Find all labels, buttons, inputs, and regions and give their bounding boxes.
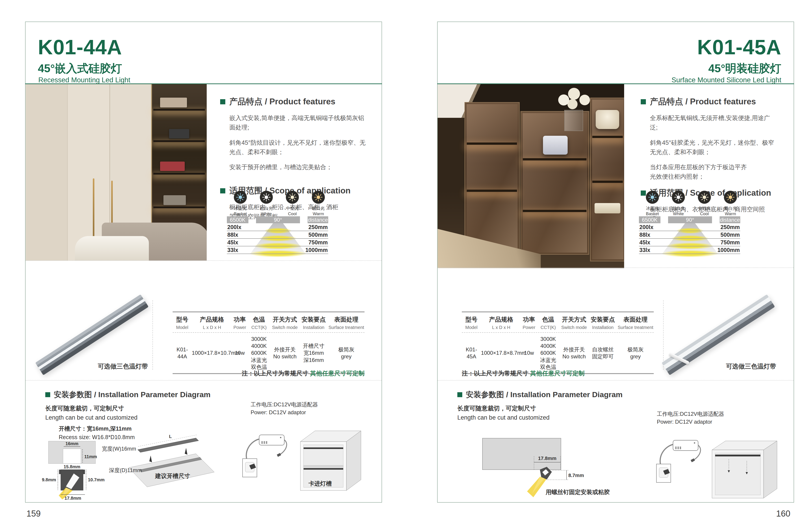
folded-linen <box>595 203 620 213</box>
shelf-item <box>163 195 186 205</box>
lux-value: 33lx <box>227 247 238 253</box>
section-divider <box>26 260 381 261</box>
lit-shelf <box>153 207 205 208</box>
page-left: K01-44A 45°嵌入式硅胶灯 Recessed Mounting Led … <box>25 22 382 503</box>
bed-sheet <box>75 236 149 261</box>
handbag <box>596 110 619 129</box>
distance-value: 1000mm <box>717 247 740 253</box>
distance-value: 250mm <box>308 224 328 231</box>
legend-label-cn: 暖白光 <box>308 206 329 211</box>
vertical-dashed-divider <box>153 300 153 370</box>
cut-note: 长度可随意裁切，可定制尺寸 Length can be cut and cust… <box>457 404 550 422</box>
sun-icon <box>674 193 683 201</box>
distance-line <box>227 238 328 239</box>
cell-surface: 极简灰 grey <box>328 346 364 360</box>
cut-note: 长度可随意裁切，可定制尺寸 Length can be cut and cust… <box>45 404 137 422</box>
closet-column <box>465 102 520 255</box>
lit-shelf <box>153 140 205 142</box>
legend-label-cn: 超白光 <box>668 206 689 211</box>
distance-line <box>639 238 740 239</box>
legend-label-en: White <box>256 211 277 216</box>
lifestyle-photo-recessed <box>26 84 207 261</box>
lit-shelf <box>592 136 623 138</box>
sun-icon <box>262 193 271 201</box>
section-divider <box>438 267 794 268</box>
distance-badge: distance <box>308 216 328 223</box>
vertical-dashed-divider <box>663 300 664 370</box>
section-divider <box>26 380 381 380</box>
ice-blue-light-icon <box>234 191 247 204</box>
cell-cct: 3000K 4000K 6000K 冰蓝光 双色温 <box>247 335 271 371</box>
col-switch: 开关方式Switch mode <box>560 316 589 330</box>
lux-value: 45lx <box>227 239 238 246</box>
shelf-item <box>169 129 189 138</box>
svg-text:17.8mm: 17.8mm <box>64 496 82 501</box>
legend-label-cn: 暖白光 <box>720 206 741 211</box>
spec-table: 型号Model 产品规格L x D x H 功率Power 色温CCT(K) 开… <box>462 311 654 374</box>
col-surface: 表面处理Surface treatment <box>617 316 654 330</box>
svg-text:L: L <box>169 434 172 439</box>
glass-door <box>523 113 587 253</box>
installation-heading: 安装参数图 / Installation Parameter Diagram <box>45 390 211 400</box>
page-title: K01-44A <box>38 37 122 57</box>
lit-shelf <box>467 190 517 192</box>
warm-white-light-icon <box>312 191 325 204</box>
installation-heading: 安装参数图 / Installation Parameter Diagram <box>457 390 623 400</box>
subtitle-cn: 45°嵌入式硅胶灯 <box>38 63 122 74</box>
cabinet-diagram <box>708 437 782 502</box>
profile-strip-photo <box>670 297 764 369</box>
legend-label-cn: 中性光 <box>282 206 303 211</box>
cell-install: 自攻螺丝 固定即可 <box>589 346 617 360</box>
cell-power: 10w <box>232 349 247 356</box>
page-right: K01-45A 45°明装硅胶灯 Surface Mounted Silicon… <box>437 22 794 503</box>
cool-white-light-icon <box>286 191 299 204</box>
spec-table: 型号Model 产品规格L x D x H 功率Power 色温CCT(K) 开… <box>173 311 364 374</box>
green-square-bullet <box>220 99 225 104</box>
sun-icon <box>700 193 709 201</box>
col-install: 安装要点Installation <box>299 316 328 330</box>
white-light-icon <box>672 191 685 204</box>
sun-icon <box>726 193 735 201</box>
legend-label-cn: 中性光 <box>694 206 715 211</box>
cross-section-diagram: 16mm 11mm 15.8mm 9.8mm 10.7mm 17.8mm <box>37 440 112 501</box>
profile-strip-photo <box>43 297 137 369</box>
features-title: 产品特点 / Product features <box>650 96 756 107</box>
white-light-icon <box>260 191 273 204</box>
power-note: 工作电压:DC12V电源适配器 Power: DC12V adaptor <box>251 401 318 417</box>
satchel-bag <box>543 136 568 155</box>
col-power: 功率Power <box>521 316 536 330</box>
cell-surface: 极简灰 grey <box>617 346 654 360</box>
distance-line <box>227 246 328 246</box>
features-heading: 产品特点 / Product features <box>641 96 775 107</box>
table-header-row: 型号Model 产品规格L x D x H 功率Power 色温CCT(K) 开… <box>462 312 654 333</box>
distance-line <box>639 253 740 254</box>
lux-value: 88lx <box>227 232 238 238</box>
svg-text:8.7mm: 8.7mm <box>568 473 584 478</box>
svg-text:10.7mm: 10.7mm <box>88 477 105 482</box>
table-row: K01-44A 1000×17.8×10.7mm 10w 3000K 4000K… <box>173 333 364 374</box>
legend-label-en: White <box>668 211 689 216</box>
strip-caption: 可选做三色温灯带 <box>726 362 776 371</box>
distance-line <box>639 246 740 246</box>
sun-icon <box>236 193 245 201</box>
width-label: 宽度(W)16mm <box>102 445 136 452</box>
cool-white-light-icon <box>698 191 711 204</box>
lit-shelf <box>523 210 586 212</box>
feature-item: 嵌入式安装,简单便捷，高端无氧铜端子线极简灰铝面处理; <box>229 113 367 132</box>
cell-cct: 3000K 4000K 6000K 冰蓝光 双色温 <box>537 335 560 371</box>
cell-model: K01-45A <box>462 346 481 360</box>
lit-shelf <box>467 142 517 145</box>
lux-value: 88lx <box>639 232 650 238</box>
screw-caption: 用螺丝钉固定安装或粘胶 <box>546 488 610 496</box>
white-roses <box>554 86 592 111</box>
catalog-spread: { "shared": { "features_title": "产品特点 / … <box>0 0 812 530</box>
distance-value: 500mm <box>308 232 328 238</box>
features-title: 产品特点 / Product features <box>229 96 335 107</box>
glass-door <box>466 104 518 253</box>
svg-text:16mm: 16mm <box>66 441 78 446</box>
green-square-bullet <box>45 392 50 397</box>
sun-icon <box>314 193 323 201</box>
legend-label-en: Basket <box>230 211 251 216</box>
feature-item: 全系标配无氧铜线,无须开槽,安装便捷,用途广泛; <box>650 113 775 132</box>
subtitle-en: Surface Mounted Silicone Led Light <box>672 76 781 83</box>
